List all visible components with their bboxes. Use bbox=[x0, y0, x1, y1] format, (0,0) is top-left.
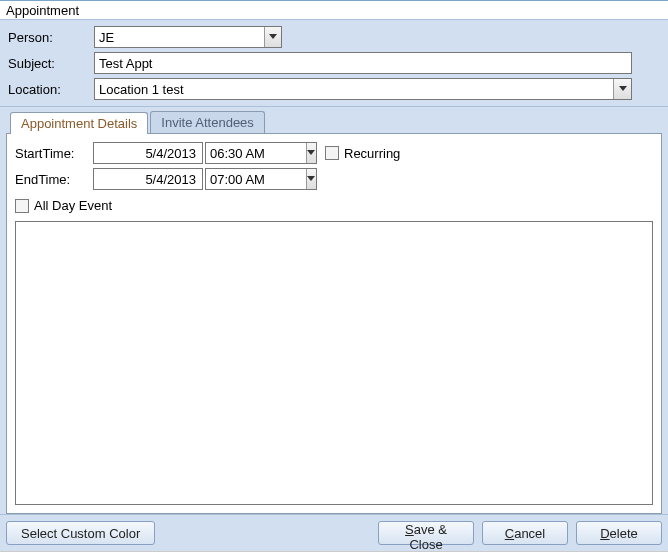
person-label: Person: bbox=[6, 30, 94, 45]
subject-row: Subject: bbox=[6, 52, 662, 74]
appointment-window: Appointment Person: Subject: Location: bbox=[0, 0, 668, 552]
location-combo[interactable] bbox=[94, 78, 632, 100]
subject-label: Subject: bbox=[6, 56, 94, 71]
start-time-row: StartTime: Recurring bbox=[15, 142, 653, 164]
end-time-input[interactable] bbox=[206, 169, 306, 189]
location-label: Location: bbox=[6, 82, 94, 97]
start-time-input[interactable] bbox=[206, 143, 306, 163]
tabs-area: Appointment Details Invite Attendees Sta… bbox=[0, 107, 668, 514]
chevron-down-icon[interactable] bbox=[264, 27, 281, 47]
cancel-button[interactable]: Cancel bbox=[482, 521, 568, 545]
save-close-button[interactable]: Save & Close bbox=[378, 521, 474, 545]
chevron-down-icon[interactable] bbox=[613, 79, 631, 99]
delete-button[interactable]: Delete bbox=[576, 521, 662, 545]
end-time-combo[interactable] bbox=[205, 168, 317, 190]
tab-appointment-details[interactable]: Appointment Details bbox=[10, 112, 148, 134]
person-input[interactable] bbox=[95, 27, 264, 47]
location-input[interactable] bbox=[95, 79, 613, 99]
allday-checkbox[interactable] bbox=[15, 199, 29, 213]
allday-label: All Day Event bbox=[34, 198, 112, 213]
chevron-down-icon[interactable] bbox=[306, 169, 316, 189]
end-time-label: EndTime: bbox=[15, 172, 93, 187]
start-time-combo[interactable] bbox=[205, 142, 317, 164]
subject-input[interactable] bbox=[94, 52, 632, 74]
chevron-down-icon[interactable] bbox=[306, 143, 316, 163]
recurring-checkbox-row: Recurring bbox=[325, 146, 400, 161]
person-combo[interactable] bbox=[94, 26, 282, 48]
tab-invite-attendees[interactable]: Invite Attendees bbox=[150, 111, 265, 133]
notes-textarea[interactable] bbox=[15, 221, 653, 505]
allday-checkbox-row: All Day Event bbox=[15, 198, 653, 213]
end-date-input[interactable] bbox=[93, 168, 203, 190]
person-row: Person: bbox=[6, 26, 662, 48]
end-time-row: EndTime: bbox=[15, 168, 653, 190]
tabstrip: Appointment Details Invite Attendees bbox=[6, 111, 662, 133]
start-date-input[interactable] bbox=[93, 142, 203, 164]
location-row: Location: bbox=[6, 78, 662, 100]
svg-marker-3 bbox=[307, 176, 315, 181]
header-form: Person: Subject: Location: bbox=[0, 19, 668, 107]
footer-button-group: Save & Close Cancel Delete bbox=[378, 521, 662, 545]
svg-marker-2 bbox=[307, 150, 315, 155]
window-title: Appointment bbox=[0, 1, 668, 19]
recurring-checkbox[interactable] bbox=[325, 146, 339, 160]
svg-marker-0 bbox=[269, 34, 277, 39]
footer-toolbar: Select Custom Color Save & Close Cancel … bbox=[0, 514, 668, 551]
select-custom-color-button[interactable]: Select Custom Color bbox=[6, 521, 155, 545]
svg-marker-1 bbox=[619, 86, 627, 91]
recurring-label: Recurring bbox=[344, 146, 400, 161]
start-time-label: StartTime: bbox=[15, 146, 93, 161]
tab-panel-details: StartTime: Recurring EndTime: bbox=[6, 133, 662, 514]
